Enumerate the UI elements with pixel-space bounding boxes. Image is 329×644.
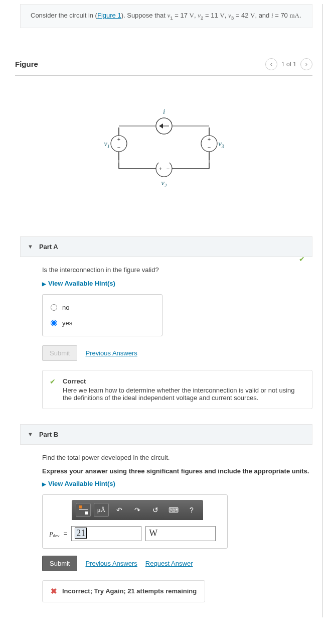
- unit: mA: [289, 12, 299, 19]
- svg-text:−: −: [117, 144, 120, 150]
- equals-sign: =: [64, 530, 68, 537]
- check-icon: ✔: [299, 255, 305, 263]
- part-b: ▼ Part B Find the total power developed …: [20, 424, 312, 607]
- options-box: no yes: [42, 294, 162, 336]
- help-icon[interactable]: ?: [184, 503, 199, 517]
- text: = 70: [273, 12, 290, 19]
- undo-icon[interactable]: ↶: [112, 503, 127, 517]
- hints-toggle[interactable]: ▶View Available Hint(s): [42, 480, 115, 487]
- unit: V: [250, 12, 255, 19]
- figure-pager: ‹ 1 of 1 ›: [265, 58, 312, 70]
- problem-statement: Consider the circuit in (Figure 1). Supp…: [20, 4, 312, 28]
- value-text: 21: [75, 528, 87, 539]
- figure-section: Figure ‹ 1 of 1 › i + − v1 + − v3: [15, 58, 312, 226]
- option-no-label: no: [62, 304, 69, 311]
- pdev-label: pdev: [50, 529, 60, 538]
- svg-text:+: +: [207, 136, 210, 142]
- radio-no[interactable]: [51, 304, 57, 311]
- text: ,: [225, 12, 228, 19]
- svg-text:+: +: [158, 166, 161, 172]
- svg-text:v2: v2: [161, 179, 167, 188]
- option-no[interactable]: no: [43, 300, 162, 315]
- feedback-body: Here we learn how to determine whether t…: [63, 387, 304, 402]
- circuit-diagram: i + − v1 + − v3: [15, 76, 312, 226]
- svg-text:+: +: [117, 136, 120, 142]
- text: ). Suppose that: [121, 12, 168, 19]
- keyboard-icon[interactable]: ⌨: [166, 503, 181, 517]
- hints-toggle[interactable]: ▶View Available Hint(s): [42, 280, 115, 287]
- pager-text: 1 of 1: [281, 61, 296, 68]
- svg-text:−: −: [207, 144, 210, 150]
- option-yes-label: yes: [62, 319, 72, 327]
- x-icon: ✖: [51, 587, 57, 596]
- part-b-header[interactable]: ▼ Part B: [20, 424, 312, 445]
- part-a: ▼ Part A ✔ Is the interconnection in the…: [20, 236, 312, 414]
- previous-answers-link[interactable]: Previous Answers: [85, 349, 137, 357]
- radio-yes[interactable]: [51, 320, 57, 326]
- triangle-right-icon: ▶: [42, 481, 46, 487]
- unit: V: [220, 12, 224, 19]
- figure-link[interactable]: Figure 1: [97, 12, 121, 19]
- text: = 11: [203, 12, 220, 19]
- hints-label: View Available Hint(s): [48, 280, 115, 287]
- part-b-instruction: Express your answer using three signific…: [42, 467, 312, 475]
- triangle-right-icon: ▶: [42, 281, 46, 287]
- request-answer-link[interactable]: Request Answer: [145, 560, 193, 567]
- svg-text:−: −: [166, 166, 169, 172]
- pager-next-button[interactable]: ›: [300, 58, 312, 70]
- answer-area: μÅ ↶ ↷ ↺ ⌨ ? pdev = 21 W: [42, 494, 228, 549]
- text: , and: [255, 12, 271, 19]
- part-a-header[interactable]: ▼ Part A ✔: [20, 236, 312, 257]
- feedback-incorrect: ✖ Incorrect; Try Again; 21 attempts rema…: [42, 580, 205, 602]
- text: .: [299, 12, 301, 19]
- pager-prev-button[interactable]: ‹: [265, 58, 277, 70]
- previous-answers-link[interactable]: Previous Answers: [85, 560, 137, 567]
- incorrect-message: Incorrect; Try Again; 21 attempts remain…: [62, 587, 197, 595]
- feedback-correct: ✔ Correct Here we learn how to determine…: [42, 370, 312, 409]
- feedback-title: Correct: [63, 377, 304, 385]
- svg-rect-22: [118, 160, 210, 163]
- text: = 17: [173, 12, 190, 19]
- text: = 42: [234, 12, 250, 19]
- svg-text:i: i: [162, 107, 164, 115]
- submit-button[interactable]: Submit: [42, 556, 77, 571]
- part-b-title: Part B: [39, 431, 58, 438]
- redo-icon[interactable]: ↷: [130, 503, 145, 517]
- part-a-question: Is the interconnection in the figure val…: [42, 266, 312, 274]
- check-icon: ✔: [50, 377, 56, 385]
- submit-button: Submit: [42, 345, 77, 361]
- caret-down-icon: ▼: [28, 431, 33, 437]
- part-b-question: Find the total power developed in the ci…: [42, 454, 312, 461]
- reset-icon[interactable]: ↺: [148, 503, 163, 517]
- value-input[interactable]: 21: [71, 526, 141, 541]
- caret-down-icon: ▼: [28, 243, 33, 249]
- option-yes[interactable]: yes: [43, 315, 162, 331]
- part-a-title: Part A: [39, 243, 58, 250]
- svg-text:v3: v3: [218, 140, 224, 149]
- unit-input[interactable]: W: [145, 526, 216, 541]
- equation-toolbar: μÅ ↶ ↷ ↺ ⌨ ?: [72, 500, 203, 520]
- unit: V: [190, 12, 194, 19]
- units-tool-button[interactable]: μÅ: [94, 503, 109, 517]
- figure-title: Figure: [15, 60, 38, 68]
- svg-text:v1: v1: [104, 140, 110, 149]
- text: Consider the circuit in (: [31, 12, 97, 19]
- fraction-tool-icon[interactable]: [76, 503, 91, 517]
- hints-label: View Available Hint(s): [48, 480, 115, 487]
